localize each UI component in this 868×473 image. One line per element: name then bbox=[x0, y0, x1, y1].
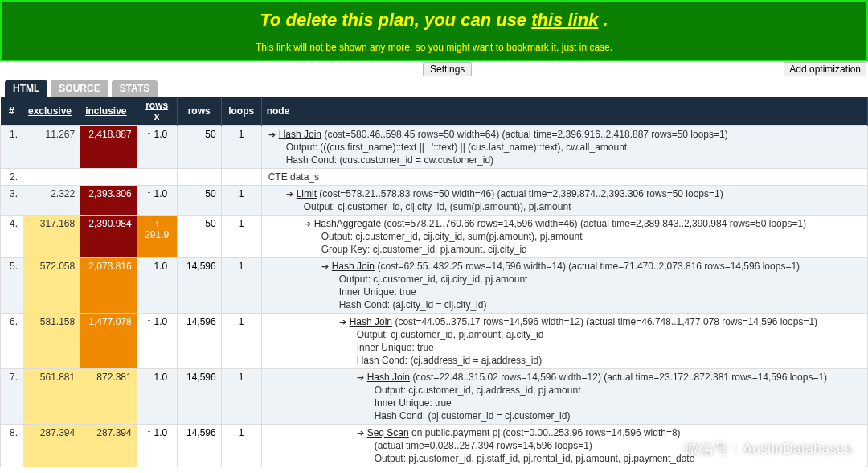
node-detail: Hash Cond: (pj.customer_id = cj.customer… bbox=[267, 410, 862, 422]
cell-rowsx: ↑ 1.0 bbox=[137, 258, 177, 314]
cell-exclusive: 561.881 bbox=[23, 369, 80, 425]
node-stats2: (actual time=0.028..287.394 rows=14,596 … bbox=[267, 440, 862, 451]
cell-loops: 1 bbox=[221, 369, 261, 425]
cell-rowsx: ↑ 1.0 bbox=[137, 126, 177, 169]
node-stats: CTE data_s bbox=[268, 171, 319, 183]
table-row: 6.581.1581,477.078↑ 1.014,5961➔Hash Join… bbox=[1, 314, 868, 369]
tabs: HTML SOURCE STATS bbox=[0, 80, 868, 97]
node-stats: (cost=578.21..760.66 rows=14,596 width=4… bbox=[381, 218, 806, 229]
cell-node: ➔Hash Join (cost=22.48..315.02 rows=14,5… bbox=[261, 369, 867, 425]
cell-loops: 1 bbox=[221, 258, 261, 314]
col-loops: loops bbox=[221, 97, 261, 126]
tab-source[interactable]: SOURCE bbox=[51, 80, 108, 97]
node-name[interactable]: HashAggregate bbox=[314, 218, 381, 229]
col-node: node bbox=[261, 97, 867, 126]
cell-inclusive bbox=[80, 169, 137, 186]
node-name[interactable]: Hash Join bbox=[279, 129, 321, 140]
cell-loops: 1 bbox=[221, 425, 261, 467]
banner-title-pre: To delete this plan, you can use bbox=[260, 10, 531, 30]
cell-loops bbox=[221, 169, 261, 186]
col-inclusive[interactable]: inclusive bbox=[80, 97, 137, 126]
node-detail: Inner Unique: true bbox=[267, 286, 862, 298]
cell-rows: 14,596 bbox=[177, 369, 221, 425]
table-row: 4.317.1682,390.984↑ 291.9501➔HashAggrega… bbox=[1, 216, 868, 258]
cell-exclusive bbox=[23, 169, 80, 186]
cell-rowsx: ↑ 1.0 bbox=[137, 314, 177, 369]
cell-rows: 14,596 bbox=[177, 314, 221, 369]
cell-rowsx: ↑ 1.0 bbox=[137, 425, 177, 467]
cell-node: ➔Hash Join (cost=44.05..375.17 rows=14,5… bbox=[261, 314, 867, 369]
node-detail: Hash Cond: (cj.address_id = aj.address_i… bbox=[267, 355, 862, 366]
node-detail: Output: cj.customer_id, pj.amount, aj.ci… bbox=[267, 329, 862, 340]
banner-title: To delete this plan, you can use this li… bbox=[2, 10, 866, 31]
table-header-row: # exclusive inclusive rows x rows loops … bbox=[1, 97, 868, 126]
node-detail: Output: cj.customer_id, cij.city_id, (su… bbox=[267, 201, 862, 212]
expand-arrow-icon[interactable]: ➔ bbox=[339, 317, 346, 327]
col-rows: rows bbox=[177, 97, 221, 126]
expand-arrow-icon[interactable]: ➔ bbox=[357, 428, 364, 438]
cell-node: ➔Limit (cost=578.21..578.83 rows=50 widt… bbox=[261, 186, 867, 216]
node-detail: Hash Cond: (cus.customer_id = cw.custome… bbox=[267, 154, 862, 166]
cell-exclusive: 11.267 bbox=[23, 126, 80, 169]
table-row: 1.11.2672,418.887↑ 1.0501➔Hash Join (cos… bbox=[1, 126, 868, 169]
settings-button[interactable]: Settings bbox=[423, 62, 472, 76]
delete-link[interactable]: this link bbox=[531, 10, 598, 30]
node-name[interactable]: Hash Join bbox=[332, 261, 375, 272]
cell-idx: 5. bbox=[1, 258, 23, 314]
node-detail: Inner Unique: true bbox=[267, 397, 862, 409]
add-optimization-button[interactable]: Add optimization bbox=[784, 62, 866, 76]
cell-exclusive: 2.322 bbox=[23, 186, 80, 216]
cell-rows: 14,596 bbox=[177, 425, 221, 467]
plan-table: # exclusive inclusive rows x rows loops … bbox=[0, 97, 868, 467]
node-detail: Output: cj.customer_id, cij.city_id, pj.… bbox=[267, 274, 862, 285]
table-row: 8.287.394287.394↑ 1.014,5961➔Seq Scan on… bbox=[1, 425, 868, 467]
expand-arrow-icon[interactable]: ➔ bbox=[304, 219, 311, 228]
node-detail: Output: cj.customer_id, cj.address_id, p… bbox=[267, 385, 862, 396]
cell-exclusive: 581.158 bbox=[23, 314, 80, 369]
cell-idx: 8. bbox=[1, 425, 23, 467]
cell-node: ➔Seq Scan on public.payment pj (cost=0.0… bbox=[261, 425, 867, 467]
expand-arrow-icon[interactable]: ➔ bbox=[321, 261, 329, 271]
node-detail: Output: pj.customer_id, pj.staff_id, pj.… bbox=[267, 453, 862, 464]
node-name[interactable]: Seq Scan bbox=[367, 427, 409, 438]
col-exclusive[interactable]: exclusive bbox=[23, 97, 80, 126]
cell-exclusive: 572.058 bbox=[23, 258, 80, 314]
expand-arrow-icon[interactable]: ➔ bbox=[268, 130, 276, 139]
tab-html[interactable]: HTML bbox=[5, 80, 47, 97]
banner-note: This link will not be shown any more, so… bbox=[2, 42, 866, 53]
cell-idx: 1. bbox=[1, 126, 23, 169]
node-name[interactable]: Limit bbox=[297, 188, 317, 199]
node-name[interactable]: Hash Join bbox=[367, 372, 410, 383]
tab-stats[interactable]: STATS bbox=[112, 80, 158, 97]
cell-inclusive: 872.381 bbox=[80, 369, 137, 425]
cell-node: ➔Hash Join (cost=62.55..432.25 rows=14,5… bbox=[261, 258, 867, 314]
cell-idx: 4. bbox=[1, 216, 23, 258]
node-detail: Hash Cond: (aj.city_id = cij.city_id) bbox=[267, 299, 862, 311]
node-stats: (cost=44.05..375.17 rows=14,596 width=12… bbox=[392, 316, 817, 327]
cell-node: ➔HashAggregate (cost=578.21..760.66 rows… bbox=[261, 216, 867, 258]
node-stats: (cost=62.55..432.25 rows=14,596 width=14… bbox=[375, 261, 800, 272]
cell-rows: 14,596 bbox=[177, 258, 221, 314]
cell-inclusive: 2,393.306 bbox=[80, 186, 137, 216]
cell-loops: 1 bbox=[221, 216, 261, 258]
cell-rows: 50 bbox=[177, 186, 221, 216]
node-detail: Output: (((cus.first_name)::text || ' ':… bbox=[267, 142, 862, 153]
cell-loops: 1 bbox=[221, 186, 261, 216]
cell-rows: 50 bbox=[177, 216, 221, 258]
delete-banner: To delete this plan, you can use this li… bbox=[0, 0, 868, 61]
col-rowsx[interactable]: rows x bbox=[137, 97, 177, 126]
expand-arrow-icon[interactable]: ➔ bbox=[357, 372, 364, 382]
cell-rowsx: ↑ 1.0 bbox=[137, 186, 177, 216]
toolbar: Settings Add optimization bbox=[0, 61, 868, 79]
expand-arrow-icon[interactable]: ➔ bbox=[286, 189, 293, 199]
cell-exclusive: 287.394 bbox=[23, 425, 80, 467]
table-row: 3.2.3222,393.306↑ 1.0501➔Limit (cost=578… bbox=[1, 186, 868, 216]
cell-inclusive: 2,390.984 bbox=[80, 216, 137, 258]
cell-node: ➔Hash Join (cost=580.46..598.45 rows=50 … bbox=[261, 126, 867, 169]
cell-idx: 3. bbox=[1, 186, 23, 216]
cell-node: CTE data_s bbox=[261, 169, 867, 186]
node-name[interactable]: Hash Join bbox=[350, 316, 392, 327]
cell-exclusive: 317.168 bbox=[23, 216, 80, 258]
cell-loops: 1 bbox=[221, 126, 261, 169]
table-row: 7.561.881872.381↑ 1.014,5961➔Hash Join (… bbox=[1, 369, 868, 425]
